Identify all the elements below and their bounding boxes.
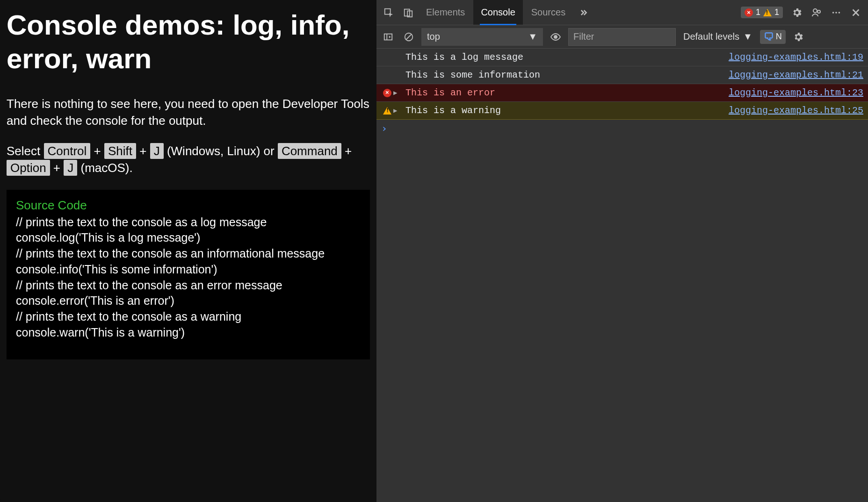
expand-arrow-icon[interactable]: ▶: [393, 107, 403, 115]
svg-point-13: [554, 35, 557, 39]
console-row-info[interactable]: This is some information logging-example…: [376, 66, 868, 84]
tab-console[interactable]: Console: [473, 0, 522, 25]
text: +: [94, 144, 104, 158]
text: +: [345, 144, 352, 158]
devtools-panel: Elements Console Sources × 1 1: [376, 0, 868, 502]
warning-icon: [381, 107, 393, 115]
levels-label: Default levels: [683, 31, 739, 42]
kbd-j-mac: J: [64, 160, 77, 176]
context-selector[interactable]: top ▼: [421, 28, 543, 46]
expand-arrow-icon[interactable]: ▶: [393, 89, 403, 97]
chevron-down-icon: ▼: [743, 31, 752, 42]
page-title: Console demos: log, info, error, warn: [7, 8, 370, 76]
prompt-chevron-icon: ›: [381, 122, 387, 134]
log-source-link[interactable]: logging-examples.html:19: [729, 52, 863, 63]
kbd-control: Control: [44, 143, 91, 159]
log-source-link[interactable]: logging-examples.html:23: [729, 87, 863, 98]
demo-page: Console demos: log, info, error, warn Th…: [0, 0, 376, 502]
console-toolbar: top ▼ Default levels ▼ 🗨 N: [376, 25, 868, 49]
log-source-link[interactable]: logging-examples.html:21: [729, 70, 863, 80]
svg-point-5: [832, 12, 834, 14]
kbd-j: J: [150, 143, 164, 159]
close-devtools-icon[interactable]: [846, 3, 865, 22]
console-settings-icon[interactable]: [790, 29, 806, 45]
svg-point-6: [835, 12, 837, 14]
shortcuts-paragraph: Select Control + Shift + J (Windows, Lin…: [7, 143, 370, 177]
svg-line-12: [406, 34, 412, 39]
console-row-warn[interactable]: ▶ This is a warning logging-examples.htm…: [376, 102, 868, 120]
svg-point-3: [813, 9, 817, 13]
devtools-tabbar: Elements Console Sources × 1 1: [376, 0, 868, 25]
text: (Windows, Linux) or: [167, 144, 278, 158]
error-count-icon: ×: [745, 8, 753, 17]
tab-label: Console: [481, 7, 515, 18]
device-toolbar-icon[interactable]: [399, 3, 418, 22]
context-label: top: [427, 31, 440, 42]
inspect-element-icon[interactable]: [379, 3, 398, 22]
tab-label: Sources: [531, 7, 565, 18]
text: +: [139, 144, 150, 158]
console-output: This is a log message logging-examples.h…: [376, 49, 868, 136]
tab-elements[interactable]: Elements: [419, 0, 472, 25]
log-message: This is a warning: [403, 105, 729, 116]
log-message: This is some information: [393, 70, 729, 80]
log-message: This is an error: [403, 87, 729, 98]
source-code-box: Source Code // prints the text to the co…: [7, 190, 370, 359]
console-row-log[interactable]: This is a log message logging-examples.h…: [376, 49, 868, 66]
console-prompt[interactable]: ›: [376, 120, 868, 136]
text: +: [53, 161, 64, 175]
kbd-option: Option: [7, 160, 50, 176]
svg-point-7: [839, 12, 840, 14]
more-tabs-icon[interactable]: [574, 3, 593, 22]
log-levels-selector[interactable]: Default levels ▼: [680, 31, 755, 42]
svg-marker-10: [389, 36, 391, 38]
error-icon: ×: [381, 89, 393, 97]
settings-icon[interactable]: [788, 3, 806, 22]
text: Select: [7, 144, 44, 158]
console-row-error[interactable]: × ▶ This is an error logging-examples.ht…: [376, 84, 868, 102]
source-code-title: Source Code: [16, 198, 361, 213]
issues-label: N: [776, 32, 782, 42]
tab-label: Elements: [426, 7, 465, 18]
chevron-down-icon: ▼: [528, 31, 537, 42]
sidebar-toggle-icon[interactable]: [380, 29, 396, 45]
live-expression-icon[interactable]: [548, 29, 564, 45]
tab-sources[interactable]: Sources: [524, 0, 573, 25]
account-icon[interactable]: [807, 3, 826, 22]
log-message: This is a log message: [393, 52, 729, 63]
svg-rect-8: [384, 34, 392, 40]
source-code-content: // prints the text to the console as a l…: [16, 215, 361, 341]
filter-input[interactable]: [568, 28, 676, 46]
warn-count-icon: [763, 9, 772, 16]
svg-point-4: [817, 10, 820, 13]
error-count: 1: [756, 7, 760, 17]
log-source-link[interactable]: logging-examples.html:25: [729, 105, 863, 116]
warn-count: 1: [774, 7, 779, 17]
issues-chip[interactable]: 🗨 N: [760, 30, 786, 44]
kbd-shift: Shift: [104, 143, 136, 159]
clear-console-icon[interactable]: [401, 29, 417, 45]
page-intro: There is nothing to see here, you need t…: [7, 95, 370, 129]
more-options-icon[interactable]: [827, 3, 846, 22]
kbd-command: Command: [278, 143, 341, 159]
status-chip[interactable]: × 1 1: [741, 7, 783, 18]
issues-icon: 🗨: [764, 31, 774, 43]
text: (macOS).: [81, 161, 133, 175]
